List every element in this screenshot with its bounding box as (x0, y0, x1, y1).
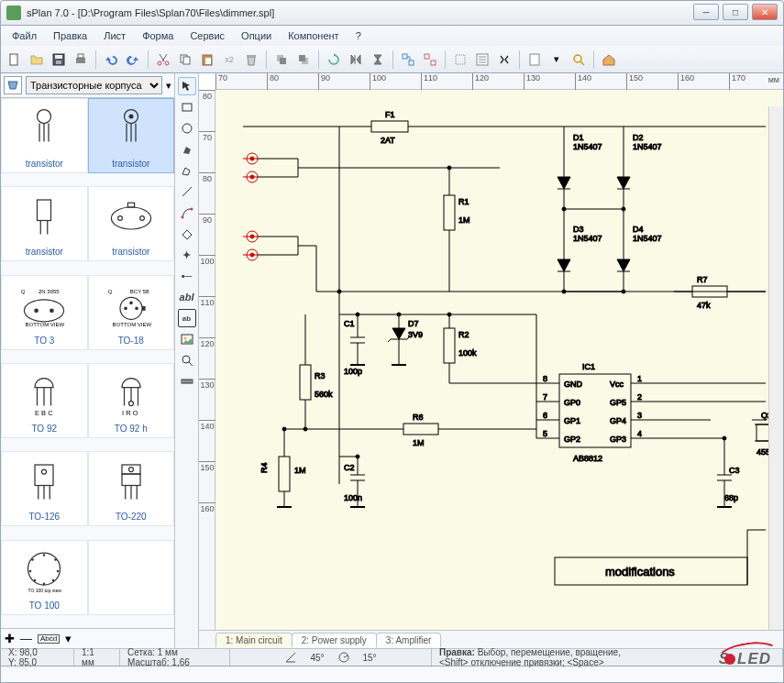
svg-text:GP3: GP3 (610, 435, 626, 444)
delete-button[interactable] (241, 50, 261, 70)
lib-item[interactable]: transistor (1, 186, 88, 261)
lib-item[interactable]: TO-126 (1, 451, 88, 526)
svg-point-77 (57, 570, 60, 573)
print-button[interactable] (71, 50, 91, 70)
lib-remove-icon[interactable]: — (20, 633, 32, 644)
svg-rect-14 (280, 58, 286, 64)
paste-button[interactable] (197, 50, 217, 70)
menu-file[interactable]: Файл (5, 28, 44, 43)
svg-text:1M: 1M (458, 215, 470, 225)
save-button[interactable] (49, 50, 69, 70)
new-button[interactable] (5, 50, 25, 70)
to-front-button[interactable] (271, 50, 292, 70)
angle15-icon[interactable] (337, 651, 350, 664)
mirror-h-button[interactable] (346, 50, 366, 70)
pointer-tool[interactable] (178, 77, 196, 95)
svg-text:R3: R3 (315, 371, 326, 380)
group-button[interactable] (398, 50, 418, 70)
svg-point-87 (190, 208, 193, 211)
page-dd-button[interactable]: ▾ (547, 50, 567, 70)
library-footer: ✚ — Abcd ▾ (1, 628, 174, 648)
lib-dd-icon[interactable]: ▾ (65, 633, 72, 644)
close-button[interactable]: ✕ (752, 4, 778, 20)
page-button[interactable] (525, 50, 545, 70)
svg-text:IC1: IC1 (582, 362, 595, 371)
minimize-button[interactable]: ─ (693, 4, 719, 20)
library-icon[interactable] (4, 76, 22, 94)
textbox-tool[interactable]: ab (178, 309, 196, 327)
zoom-fit-button[interactable] (569, 50, 589, 70)
svg-point-175 (397, 313, 401, 316)
circle-tool[interactable] (178, 119, 196, 138)
menu-help[interactable]: ? (348, 28, 369, 43)
page-tab-3[interactable]: 3: Amplifier (376, 633, 441, 647)
shape-tool[interactable] (178, 225, 196, 243)
lib-item[interactable]: E B CTO 92 (1, 363, 88, 438)
svg-text:R1: R1 (458, 197, 469, 206)
svg-point-78 (52, 579, 55, 582)
rect-tool[interactable] (178, 98, 196, 116)
lib-item[interactable]: TO 100 top viewTO 100 (1, 540, 88, 615)
image-tool[interactable] (178, 330, 196, 348)
snap-button[interactable] (450, 50, 470, 70)
lib-label-icon[interactable]: Abcd (38, 634, 60, 644)
menu-options[interactable]: Опции (234, 28, 279, 43)
lib-item[interactable]: transistor (88, 186, 175, 261)
library-category-select[interactable]: Транзисторные корпуса (26, 76, 162, 94)
svg-text:E B C: E B C (35, 409, 53, 417)
cut-button[interactable] (153, 50, 173, 70)
node-tool[interactable]: ✦ (178, 246, 196, 264)
svg-text:Q: Q (108, 289, 113, 294)
open-button[interactable] (27, 50, 47, 70)
lib-item[interactable]: TO-220 (88, 451, 175, 526)
lib-item[interactable]: QBCY 58BOTTOM VIEWTO-18 (88, 275, 175, 350)
lib-item[interactable]: transistor (88, 98, 175, 173)
menu-component[interactable]: Компонент (281, 28, 346, 43)
library-dd-icon[interactable]: ▾ (166, 80, 171, 92)
lib-item[interactable]: transistor (1, 98, 88, 173)
poly-fill-tool[interactable] (178, 140, 196, 159)
svg-point-245 (723, 436, 726, 440)
menu-edit[interactable]: Правка (46, 28, 94, 43)
menu-form[interactable]: Форма (135, 28, 181, 43)
zoom-tool[interactable] (178, 351, 196, 369)
schematic-canvas[interactable]: F1 2AT D11N5407 (215, 90, 783, 630)
svg-point-80 (34, 579, 37, 582)
page-tab-2[interactable]: 2: Power supply (292, 633, 377, 647)
undo-button[interactable] (101, 50, 121, 70)
lib-item[interactable]: I R OTO 92 h (88, 363, 175, 438)
list-button[interactable] (472, 50, 492, 70)
svg-text:2N 3055: 2N 3055 (39, 289, 60, 294)
to-back-button[interactable] (293, 50, 314, 70)
text-tool[interactable]: abI (178, 288, 196, 306)
watermark-logo: SLED (719, 650, 771, 668)
home-button[interactable] (599, 50, 619, 70)
horizontal-ruler: 70 80 90 100 110 120 130 140 150 160 170… (215, 73, 783, 90)
menu-sheet[interactable]: Лист (96, 28, 133, 43)
svg-text:68p: 68p (724, 493, 738, 502)
svg-text:8: 8 (543, 374, 547, 383)
lib-item[interactable] (88, 540, 175, 615)
vertical-scrollbar[interactable] (768, 106, 783, 630)
duplicate-button[interactable]: x2 (219, 50, 239, 70)
menu-service[interactable]: Сервис (182, 28, 232, 43)
svg-point-142 (447, 166, 451, 170)
svg-text:D3: D3 (573, 225, 584, 234)
measure-tool[interactable] (178, 372, 196, 391)
mirror-v-button[interactable] (368, 50, 388, 70)
copy-button[interactable] (175, 50, 195, 70)
lib-add-icon[interactable]: ✚ (5, 633, 15, 644)
line-tool[interactable] (178, 182, 196, 201)
rotate-button[interactable] (324, 50, 344, 70)
junction-tool[interactable]: •─ (178, 267, 196, 285)
search-button[interactable] (494, 50, 514, 70)
ungroup-button[interactable] (420, 50, 440, 70)
svg-text:Q: Q (21, 289, 26, 294)
lib-item[interactable]: Q2N 3055BOTTOM VIEWTO 3 (1, 275, 88, 350)
angle45-icon[interactable] (284, 651, 297, 664)
page-tab-1[interactable]: 1: Main circuit (215, 633, 293, 647)
redo-button[interactable] (123, 50, 143, 70)
maximize-button[interactable]: □ (723, 4, 748, 20)
bezier-tool[interactable] (178, 204, 196, 222)
poly-tool[interactable] (178, 161, 196, 180)
